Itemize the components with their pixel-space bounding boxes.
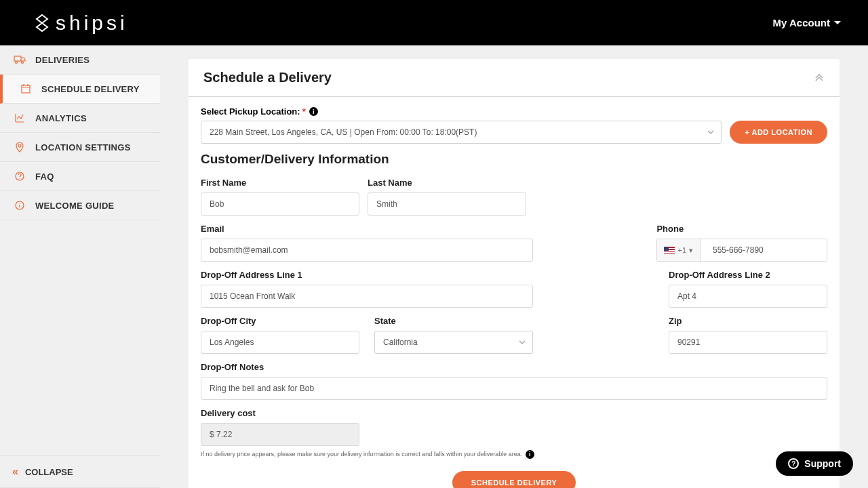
city-input[interactable] [201,331,359,354]
notes-label: Drop-Off Notes [201,362,827,372]
pickup-label: Select Pickup Location: * i [201,106,827,117]
addr1-input[interactable] [201,285,533,308]
svg-point-4 [18,144,21,147]
info-icon[interactable]: i [309,107,318,116]
info-icon [14,199,26,211]
info-icon[interactable]: i [526,450,534,459]
helper-text: If no delivery price appears, please mak… [201,450,827,459]
sidebar: DELIVERIES SCHEDULE DELIVERY ANALYTICS L… [0,45,160,488]
calendar-icon [20,83,32,95]
us-flag-icon [664,247,675,254]
cost-display [201,423,359,446]
chart-icon [14,112,26,124]
pickup-location-select[interactable]: 228 Main Street, Los Angeles, CA, US | O… [201,121,722,144]
addr2-label: Drop-Off Address Line 2 [669,270,827,280]
collapse-sidebar-button[interactable]: « COLLAPSE [0,455,160,488]
svg-point-2 [22,62,24,64]
notes-input[interactable] [201,377,827,400]
my-account-dropdown[interactable]: My Account [773,17,841,28]
state-select[interactable]: California [374,331,533,354]
email-input[interactable] [201,239,533,262]
last-name-label: Last Name [368,178,526,188]
brand-text: shipsi [56,12,128,35]
svg-rect-3 [22,85,30,93]
phone-label: Phone [656,224,827,234]
question-icon: ? [788,458,799,469]
phone-country-select[interactable]: +1 ▾ [657,239,701,261]
sidebar-item-analytics[interactable]: ANALYTICS [0,104,160,133]
truck-icon [14,54,26,66]
nav-label: FAQ [35,171,54,182]
sidebar-item-location[interactable]: LOCATION SETTINGS [0,133,160,162]
nav-label: DELIVERIES [35,55,90,65]
nav-label: ANALYTICS [35,113,87,123]
addr2-input[interactable] [669,285,827,308]
cost-label: Delivery cost [201,408,359,418]
email-label: Email [201,224,533,234]
collapse-card-icon[interactable] [814,74,825,82]
svg-rect-0 [14,56,21,61]
state-label: State [374,316,533,326]
caret-down-icon [834,21,841,24]
schedule-delivery-button[interactable]: SCHEDULE DELIVERY [452,471,576,488]
logo-icon [34,14,50,33]
support-label: Support [804,458,841,469]
phone-input[interactable] [701,239,827,261]
sidebar-item-faq[interactable]: FAQ [0,162,160,191]
schedule-card: Schedule a Delivery Select Pickup Locati… [189,59,840,488]
account-label: My Account [773,17,830,28]
city-label: Drop-Off City [201,316,359,326]
add-location-button[interactable]: + ADD LOCATION [730,121,827,144]
zip-input[interactable] [669,331,827,354]
required-asterisk: * [302,106,306,117]
sidebar-item-welcome[interactable]: WELCOME GUIDE [0,191,160,220]
header: shipsi My Account [0,0,868,45]
svg-point-1 [16,62,18,64]
zip-label: Zip [669,316,827,326]
sidebar-item-schedule[interactable]: SCHEDULE DELIVERY [0,75,160,104]
first-name-input[interactable] [201,192,359,216]
nav-label: WELCOME GUIDE [35,201,115,211]
pin-icon [14,141,26,153]
brand-logo: shipsi [34,12,128,35]
support-button[interactable]: ? Support [776,451,853,476]
first-name-label: First Name [201,178,359,188]
addr1-label: Drop-Off Address Line 1 [201,270,533,280]
nav-label: SCHEDULE DELIVERY [41,84,140,94]
card-title: Schedule a Delivery [203,70,332,85]
last-name-input[interactable] [368,192,526,216]
chevron-left-icon: « [12,466,18,478]
card-header: Schedule a Delivery [189,59,840,97]
question-icon [14,170,26,182]
nav-label: LOCATION SETTINGS [35,142,131,152]
caret-down-icon: ▾ [689,246,693,255]
main-content: Schedule a Delivery Select Pickup Locati… [160,45,868,488]
sidebar-item-deliveries[interactable]: DELIVERIES [0,45,160,75]
customer-section-title: Customer/Delivery Information [201,152,827,167]
collapse-label: COLLAPSE [25,467,73,477]
